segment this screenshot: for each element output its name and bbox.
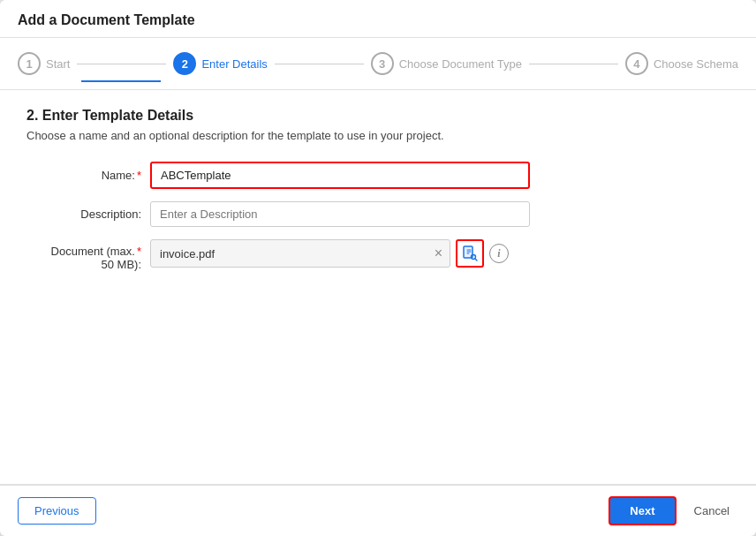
step-3-number: 3 <box>379 57 385 71</box>
stepper: 1 Start 2 Enter Details 3 Choose Documen… <box>0 38 756 75</box>
info-icon: i <box>497 247 500 260</box>
step-4-label: Choose Schema <box>654 57 738 71</box>
name-required-star: * <box>137 169 141 182</box>
step-line-1 <box>77 64 166 64</box>
step-2-number: 2 <box>182 57 188 71</box>
doc-filename: invoice.pdf <box>160 247 427 260</box>
name-input[interactable] <box>150 162 530 189</box>
name-input-wrapper <box>150 162 530 189</box>
name-row: Name:* <box>26 162 730 189</box>
step-1: 1 Start <box>18 52 70 75</box>
desc-row: Description: <box>26 201 730 227</box>
step-3-circle: 3 <box>371 52 394 75</box>
name-label: Name:* <box>26 169 150 182</box>
doc-info-button[interactable]: i <box>489 244 509 263</box>
doc-upload-button[interactable] <box>456 239 484 268</box>
next-button[interactable]: Next <box>609 496 676 525</box>
doc-field: invoice.pdf × <box>150 239 450 268</box>
step-line-3 <box>529 64 618 64</box>
section-title: 2. Enter Template Details <box>26 108 730 124</box>
step-1-number: 1 <box>26 57 32 71</box>
doc-row: Document (max.* 50 MB): invoice.pdf × i <box>26 239 730 271</box>
dialog-header: Add a Document Template <box>0 0 756 38</box>
cancel-button[interactable]: Cancel <box>685 498 738 524</box>
step-2-label: Enter Details <box>201 57 267 71</box>
doc-search-icon <box>462 245 478 261</box>
step-3-label: Choose Document Type <box>399 57 522 71</box>
desc-input[interactable] <box>150 201 530 227</box>
doc-required-star: * <box>137 245 141 258</box>
step-3: 3 Choose Document Type <box>371 52 522 75</box>
doc-label: Document (max.* 50 MB): <box>26 239 150 271</box>
previous-button[interactable]: Previous <box>18 497 96 525</box>
dialog-title: Add a Document Template <box>18 12 195 27</box>
content-area: 2. Enter Template Details Choose a name … <box>0 90 756 393</box>
doc-clear-button[interactable]: × <box>427 245 450 261</box>
step-underline-row <box>0 75 756 82</box>
step-4: 4 Choose Schema <box>625 52 738 75</box>
step-line-2 <box>275 64 364 64</box>
desc-label: Description: <box>26 208 150 221</box>
step-4-circle: 4 <box>625 52 648 75</box>
step-2-circle: 2 <box>173 52 196 75</box>
step-4-number: 4 <box>633 57 639 71</box>
step-2: 2 Enter Details <box>173 52 267 75</box>
doc-upload-row: invoice.pdf × i <box>150 239 509 268</box>
dialog-footer: Previous Next Cancel <box>0 485 756 536</box>
step-2-underline <box>81 80 161 82</box>
section-desc: Choose a name and an optional descriptio… <box>26 129 730 142</box>
add-document-template-dialog: Add a Document Template 1 Start 2 Enter … <box>0 0 756 536</box>
step-1-label: Start <box>46 57 70 71</box>
step-1-circle: 1 <box>18 52 41 75</box>
